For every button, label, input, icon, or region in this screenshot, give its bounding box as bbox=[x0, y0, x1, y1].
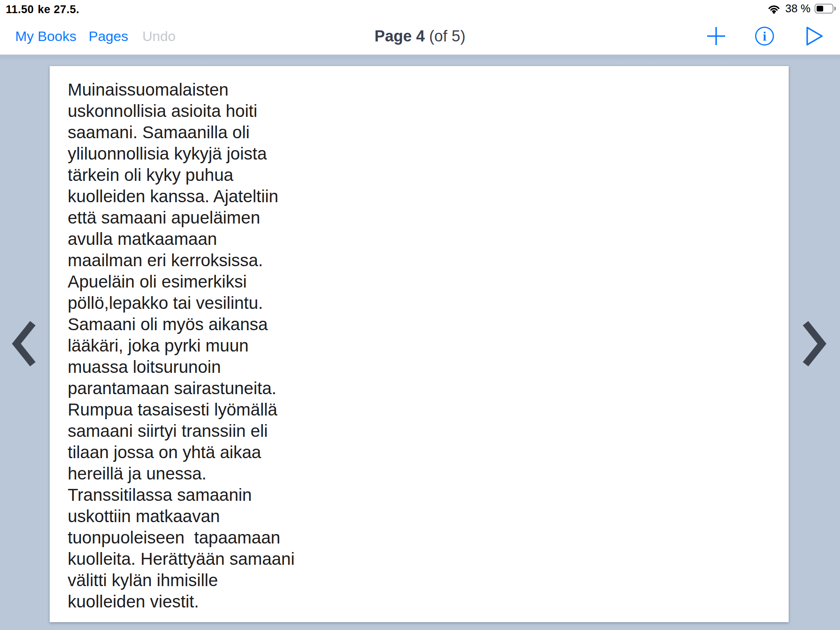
wifi-icon bbox=[767, 3, 781, 14]
status-date: ke 27.5. bbox=[38, 0, 80, 17]
play-button[interactable] bbox=[802, 17, 827, 55]
chevron-right-icon bbox=[802, 321, 827, 367]
battery-fill bbox=[817, 6, 823, 11]
page-indicator-total: (of 5) bbox=[425, 27, 466, 45]
info-icon: i bbox=[755, 27, 774, 46]
play-icon bbox=[806, 26, 824, 46]
battery-percent: 38 % bbox=[785, 2, 810, 15]
my-books-button[interactable]: My Books bbox=[15, 17, 76, 55]
status-bar: 11.50 ke 27.5. 38 % bbox=[0, 0, 840, 17]
undo-button[interactable]: Undo bbox=[142, 17, 176, 55]
pages-button[interactable]: Pages bbox=[89, 17, 128, 55]
toolbar: My Books Pages Undo Page 4 (of 5) i bbox=[0, 17, 840, 55]
plus-icon bbox=[706, 26, 726, 46]
app-screen: 11.50 ke 27.5. 38 % My Books Pages Undo bbox=[0, 0, 840, 630]
add-page-button[interactable] bbox=[704, 17, 728, 55]
page-text[interactable]: Muinaissuomalaisten uskonnollisia asioit… bbox=[68, 79, 330, 612]
battery-icon bbox=[815, 4, 833, 14]
chevron-left-icon bbox=[11, 321, 37, 367]
content-area: Muinaissuomalaisten uskonnollisia asioit… bbox=[0, 55, 840, 630]
status-right-cluster: 38 % bbox=[767, 0, 836, 17]
page-indicator-current: Page 4 bbox=[374, 27, 425, 45]
status-time: 11.50 bbox=[6, 0, 34, 17]
info-button[interactable]: i bbox=[752, 17, 777, 55]
next-page-button[interactable] bbox=[797, 317, 832, 370]
book-page: Muinaissuomalaisten uskonnollisia asioit… bbox=[50, 66, 789, 622]
previous-page-button[interactable] bbox=[7, 317, 41, 370]
page-indicator: Page 4 (of 5) bbox=[374, 17, 466, 55]
battery-nub bbox=[834, 7, 836, 11]
